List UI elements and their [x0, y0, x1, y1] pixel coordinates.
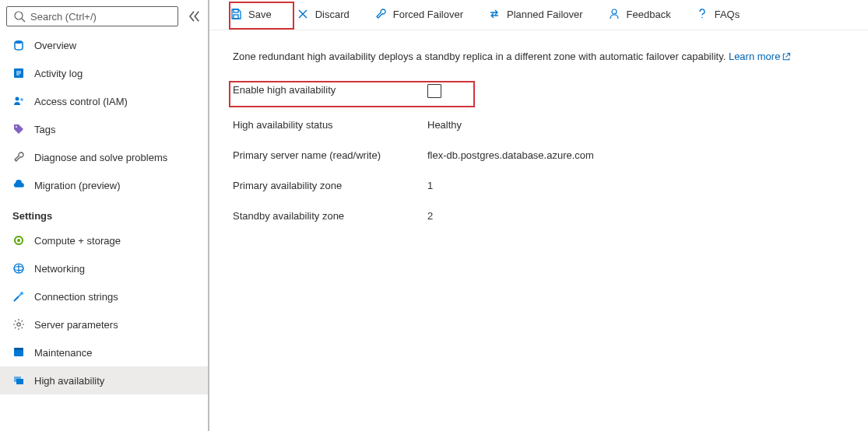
search-input[interactable]	[30, 11, 171, 23]
svg-rect-17	[14, 349, 23, 356]
sidebar-item-label: Tags	[34, 124, 55, 135]
networking-icon	[12, 262, 25, 275]
primary-name-value: flex-db.postgres.database.azure.com	[427, 149, 594, 161]
svg-point-8	[20, 98, 23, 101]
sidebar-item-high-availability[interactable]: High availability	[0, 366, 208, 394]
feedback-icon	[608, 8, 620, 20]
toolbar-label: FAQs	[715, 9, 740, 20]
save-button[interactable]: Save	[225, 5, 276, 23]
svg-point-26	[701, 17, 703, 19]
svg-rect-18	[14, 348, 23, 350]
ha-status-label: High availability status	[233, 119, 427, 131]
toolbar-label: Forced Failover	[393, 9, 463, 20]
collapse-sidebar-button[interactable]	[186, 9, 202, 24]
activity-log-icon	[12, 67, 25, 79]
sidebar-item-maintenance[interactable]: Maintenance	[0, 338, 208, 366]
save-icon	[230, 8, 242, 20]
wrench-icon	[374, 8, 387, 20]
standby-zone-value: 2	[427, 210, 433, 222]
sidebar-item-activity-log[interactable]: Activity log	[0, 59, 208, 87]
sidebar-item-compute-storage[interactable]: Compute + storage	[0, 226, 208, 254]
svg-point-7	[16, 97, 19, 101]
standby-zone-label: Standby availability zone	[233, 210, 427, 222]
sidebar-item-tags[interactable]: Tags	[0, 115, 208, 143]
svg-line-1	[22, 19, 25, 22]
search-icon	[13, 10, 26, 23]
primary-name-label: Primary server name (read/write)	[233, 149, 427, 161]
enable-ha-label: Enable high availability	[233, 84, 427, 96]
toolbar-label: Save	[248, 9, 272, 20]
sidebar-item-label: Migration (preview)	[34, 180, 121, 191]
row-primary-zone: Primary availability zone 1	[233, 180, 845, 191]
faqs-button[interactable]: FAQs	[691, 5, 745, 23]
sidebar-item-server-parameters[interactable]: Server parameters	[0, 310, 208, 338]
primary-zone-value: 1	[427, 180, 433, 191]
svg-point-11	[17, 239, 20, 242]
tags-icon	[12, 123, 25, 135]
svg-point-2	[15, 40, 23, 44]
sidebar-item-label: Activity log	[34, 68, 83, 79]
content-area: Zone redundant high availability deploys…	[209, 30, 868, 261]
swap-icon	[488, 8, 501, 20]
database-icon	[12, 39, 25, 51]
toolbar: Save Discard Forced Failover Planned Fai…	[209, 0, 868, 30]
toolbar-label: Discard	[315, 9, 350, 20]
svg-line-27	[786, 54, 790, 58]
primary-zone-label: Primary availability zone	[233, 180, 427, 191]
row-enable-ha: Enable high availability	[233, 84, 845, 100]
toolbar-label: Feedback	[627, 9, 671, 20]
svg-rect-20	[16, 379, 23, 384]
row-standby-zone: Standby availability zone 2	[233, 210, 845, 222]
sidebar-item-label: Networking	[34, 263, 85, 275]
discard-button[interactable]: Discard	[292, 5, 354, 23]
svg-point-0	[15, 12, 23, 19]
access-control-icon	[12, 95, 25, 107]
sidebar-item-migration[interactable]: Migration (preview)	[0, 171, 208, 199]
sidebar-item-label: High availability	[34, 375, 104, 387]
sidebar-item-diagnose[interactable]: Diagnose and solve problems	[0, 143, 208, 171]
compute-icon	[12, 234, 25, 247]
enable-ha-checkbox[interactable]	[427, 84, 441, 98]
intro-text: Zone redundant high availability deploys…	[233, 51, 845, 64]
gear-icon	[12, 318, 25, 331]
sidebar-item-label: Access control (IAM)	[34, 96, 128, 107]
feedback-button[interactable]: Feedback	[603, 5, 676, 23]
main-panel: Save Discard Forced Failover Planned Fai…	[208, 0, 868, 431]
learn-more-link[interactable]: Learn more	[729, 51, 791, 62]
row-ha-status: High availability status Healthy	[233, 119, 845, 131]
sidebar-item-label: Maintenance	[34, 347, 92, 359]
maintenance-icon	[12, 346, 25, 359]
sidebar-item-label: Diagnose and solve problems	[34, 152, 167, 163]
forced-failover-button[interactable]: Forced Failover	[370, 5, 468, 23]
search-box[interactable]	[6, 6, 178, 26]
nav-list-settings: Compute + storage Networking Connection …	[0, 226, 208, 394]
svg-point-16	[17, 323, 20, 326]
svg-point-9	[16, 126, 17, 128]
connection-icon	[12, 290, 25, 303]
sidebar-item-connection-strings[interactable]: Connection strings	[0, 282, 208, 310]
close-icon	[297, 8, 309, 20]
toolbar-label: Planned Failover	[507, 9, 583, 20]
external-link-icon	[782, 52, 791, 64]
ha-status-value: Healthy	[427, 119, 462, 131]
row-primary-name: Primary server name (read/write) flex-db…	[233, 149, 845, 161]
sidebar: Overview Activity log Access control (IA…	[0, 0, 208, 431]
wrench-icon	[12, 151, 25, 163]
sidebar-item-label: Compute + storage	[34, 235, 121, 247]
sidebar-item-access-control[interactable]: Access control (IAM)	[0, 87, 208, 115]
svg-point-15	[20, 292, 23, 295]
sidebar-item-networking[interactable]: Networking	[0, 254, 208, 282]
sidebar-item-label: Server parameters	[34, 319, 118, 331]
nav-list-main: Overview Activity log Access control (IA…	[0, 31, 208, 199]
sidebar-item-label: Connection strings	[34, 291, 118, 303]
high-availability-icon	[12, 374, 25, 387]
svg-rect-21	[234, 9, 238, 12]
migration-icon	[12, 179, 25, 191]
planned-failover-button[interactable]: Planned Failover	[483, 5, 588, 23]
svg-point-25	[612, 9, 617, 14]
svg-rect-22	[234, 15, 238, 19]
sidebar-item-overview[interactable]: Overview	[0, 31, 208, 59]
sidebar-item-label: Overview	[34, 40, 76, 51]
question-icon	[696, 8, 708, 20]
settings-heading: Settings	[0, 199, 208, 226]
